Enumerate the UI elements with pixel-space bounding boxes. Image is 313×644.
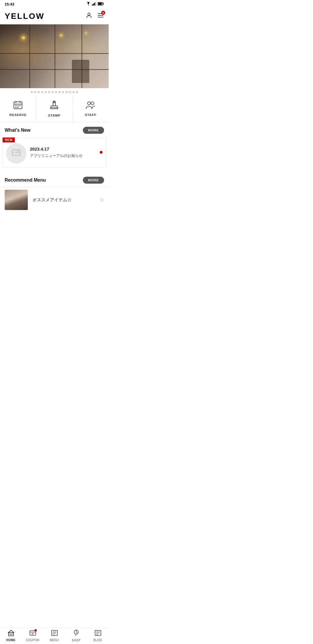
light-bulb-3 bbox=[85, 32, 87, 34]
svg-rect-17 bbox=[17, 105, 19, 106]
staff-icon bbox=[85, 101, 96, 111]
svg-rect-19 bbox=[15, 107, 17, 108]
svg-rect-7 bbox=[103, 3, 104, 4]
header-actions: N bbox=[85, 12, 104, 21]
dot-6[interactable] bbox=[52, 91, 54, 93]
reserve-button[interactable]: RESERVE bbox=[0, 96, 36, 122]
unread-dot bbox=[100, 151, 103, 154]
dot-8[interactable] bbox=[59, 91, 61, 93]
svg-rect-2 bbox=[93, 3, 94, 6]
news-thumb-icon bbox=[12, 149, 21, 158]
status-icons bbox=[86, 2, 104, 6]
app-logo: YELLOW bbox=[5, 12, 45, 21]
dot-11[interactable] bbox=[69, 91, 71, 93]
battery-icon bbox=[98, 2, 104, 6]
recommend-more-button[interactable]: MORE bbox=[83, 177, 104, 184]
stamp-button[interactable]: STAMP bbox=[36, 96, 72, 122]
staff-button[interactable]: STAFF bbox=[73, 96, 109, 122]
light-bulb-1 bbox=[22, 36, 25, 39]
star-icon[interactable]: ☆ bbox=[99, 197, 104, 203]
dot-2[interactable] bbox=[38, 91, 40, 93]
svg-rect-22 bbox=[50, 108, 58, 109]
recommend-item-title: オススメアイテム☆ bbox=[32, 197, 95, 203]
recommend-title: Recommend Menu bbox=[5, 178, 46, 183]
dot-0[interactable] bbox=[31, 91, 33, 93]
recommend-header: Recommend Menu MORE bbox=[0, 172, 109, 187]
svg-rect-18 bbox=[19, 105, 21, 106]
dot-9[interactable] bbox=[62, 91, 64, 93]
hero-image bbox=[0, 24, 109, 88]
dot-3[interactable] bbox=[41, 91, 43, 93]
stamp-icon bbox=[50, 101, 59, 112]
dot-13[interactable] bbox=[76, 91, 78, 93]
wifi-icon bbox=[86, 2, 91, 6]
menu-notification-badge: N bbox=[101, 11, 105, 15]
status-time: 15:43 bbox=[5, 2, 14, 6]
news-text: アプリリニューアルのお知らせ bbox=[30, 153, 96, 158]
hero-hline bbox=[0, 69, 109, 70]
stamp-label: STAMP bbox=[48, 114, 61, 117]
profile-button[interactable] bbox=[85, 12, 92, 21]
svg-point-26 bbox=[91, 102, 94, 105]
whats-new-more-button[interactable]: MORE bbox=[83, 127, 104, 134]
svg-rect-1 bbox=[92, 4, 93, 6]
news-thumbnail bbox=[6, 143, 26, 164]
status-bar: 15:43 bbox=[0, 0, 109, 8]
reserve-icon bbox=[13, 101, 23, 111]
svg-rect-16 bbox=[15, 105, 17, 106]
dot-7[interactable] bbox=[55, 91, 57, 93]
recommend-thumbnail bbox=[5, 190, 28, 210]
recommend-item[interactable]: オススメアイテム☆ ☆ bbox=[0, 187, 109, 212]
svg-point-8 bbox=[88, 13, 90, 15]
svg-rect-4 bbox=[95, 2, 96, 6]
svg-rect-6 bbox=[98, 3, 102, 5]
dot-5[interactable] bbox=[48, 91, 50, 93]
news-date: 2023.4.17 bbox=[30, 146, 96, 151]
whats-new-header: What's New MORE bbox=[0, 122, 109, 137]
recommend-thumb-image bbox=[5, 190, 28, 210]
dot-10[interactable] bbox=[65, 91, 68, 93]
news-content: 2023.4.17 アプリリニューアルのお知らせ bbox=[30, 146, 96, 158]
news-item[interactable]: NEW 2023.4.17 アプリリニューアルのお知らせ bbox=[2, 137, 106, 167]
svg-rect-20 bbox=[17, 107, 19, 108]
quick-nav: RESERVE STAMP STAFF bbox=[0, 96, 109, 122]
whats-new-title: What's New bbox=[5, 128, 30, 133]
hero-grid bbox=[0, 24, 109, 88]
signal-icon bbox=[92, 2, 97, 6]
dot-1[interactable] bbox=[34, 91, 36, 93]
hero-vline1 bbox=[29, 24, 30, 88]
dot-12[interactable] bbox=[72, 91, 74, 93]
svg-point-25 bbox=[88, 102, 90, 105]
person-silhouette bbox=[72, 60, 89, 83]
new-badge: NEW bbox=[3, 138, 15, 142]
staff-label: STAFF bbox=[85, 113, 97, 117]
svg-point-0 bbox=[88, 5, 89, 6]
dot-4[interactable] bbox=[45, 91, 47, 93]
svg-rect-3 bbox=[94, 3, 95, 6]
reserve-label: RESERVE bbox=[9, 113, 26, 117]
menu-button[interactable]: N bbox=[97, 12, 104, 21]
header: YELLOW N bbox=[0, 8, 109, 24]
slide-dots bbox=[0, 88, 109, 96]
